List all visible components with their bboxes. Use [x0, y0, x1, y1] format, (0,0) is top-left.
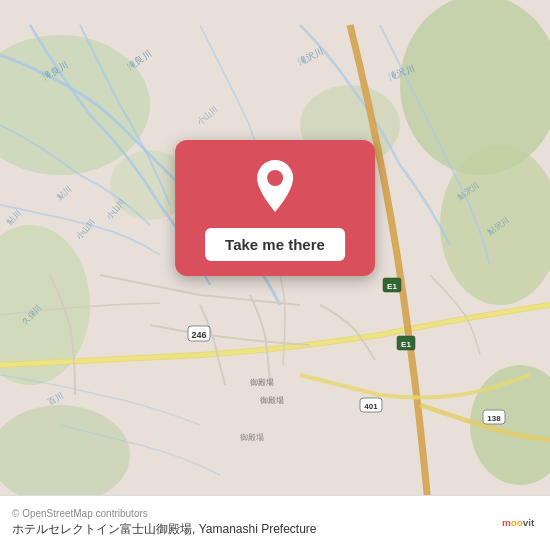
moovit-logo: moovit [502, 505, 538, 541]
cta-overlay: Take me there [175, 140, 375, 276]
location-name: ホテルセレクトイン富士山御殿場, Yamanashi Prefecture [12, 521, 317, 538]
svg-text:御殿場: 御殿場 [250, 378, 274, 387]
cta-box: Take me there [175, 140, 375, 276]
svg-text:138: 138 [487, 414, 501, 423]
moovit-logo-svg: moovit [502, 505, 538, 541]
svg-text:E1: E1 [387, 282, 397, 291]
svg-text:御殿場: 御殿場 [260, 396, 284, 405]
svg-point-35 [267, 170, 283, 186]
copyright-text: © OpenStreetMap contributors [12, 508, 317, 519]
map-container: 滝良川 滝良川 滝沢川 滝沢川 鮎川 鮎川 久保川 百川 小山川 小山川 鮎沢川… [0, 0, 550, 550]
svg-text:moovit: moovit [502, 517, 535, 528]
take-me-there-button[interactable]: Take me there [205, 228, 345, 261]
svg-text:E1: E1 [401, 340, 411, 349]
svg-text:御殿場: 御殿場 [240, 433, 264, 442]
location-pin-icon [251, 160, 299, 216]
svg-text:246: 246 [191, 330, 206, 340]
svg-text:401: 401 [364, 402, 378, 411]
info-bar: © OpenStreetMap contributors ホテルセレクトイン富士… [0, 495, 550, 550]
info-left: © OpenStreetMap contributors ホテルセレクトイン富士… [12, 508, 317, 538]
